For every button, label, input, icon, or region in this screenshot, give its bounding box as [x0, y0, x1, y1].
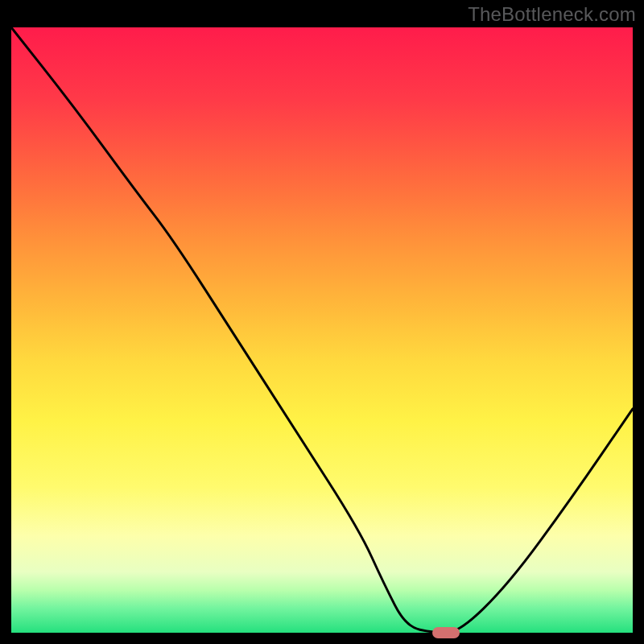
chart-gradient-area	[11, 27, 633, 633]
bottleneck-curve	[11, 27, 633, 633]
optimal-point-marker	[432, 627, 460, 638]
chart-frame: TheBottleneck.com	[0, 0, 644, 644]
watermark-text: TheBottleneck.com	[468, 3, 636, 26]
